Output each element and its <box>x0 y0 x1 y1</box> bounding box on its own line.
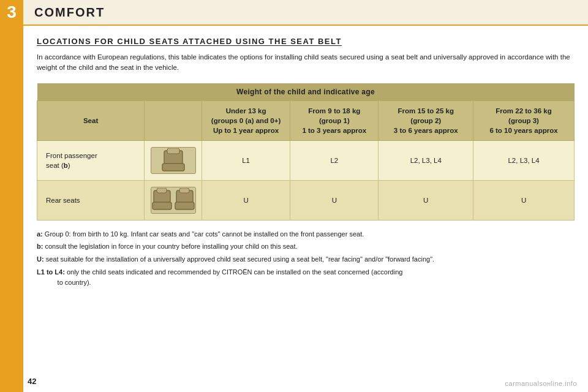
note-text-a: Group 0: from birth to 10 kg. Infant car… <box>45 230 364 238</box>
col-header-under13: Under 13 kg(groups 0 (a) and 0+)Up to 1 … <box>202 100 290 140</box>
front-seat-image <box>151 147 196 174</box>
rear-seat-icon <box>152 188 195 213</box>
svg-rect-8 <box>179 188 189 193</box>
front-seat-icon <box>155 148 192 173</box>
col-header-row: Seat Under 13 kg(groups 0 (a) and 0+)Up … <box>37 100 575 140</box>
rear-22to36: U <box>473 180 575 220</box>
front-seat-label: Front passengerseat (b) <box>37 140 145 180</box>
note-b: b: consult the legislation in force in y… <box>37 241 575 252</box>
note-key-l1l4: L1 to L4: <box>37 268 65 276</box>
rear-seat-image-cell <box>145 180 202 220</box>
table-main-header-row: Weight of the child and indicative age <box>37 83 575 101</box>
note-a: a: Group 0: from birth to 10 kg. Infant … <box>37 229 575 240</box>
front-22to36: L2, L3, L4 <box>473 140 575 180</box>
svg-rect-1 <box>162 164 184 171</box>
col-header-seat: Seat <box>37 100 145 140</box>
col-header-9to18: From 9 to 18 kg(group 1)1 to 3 years app… <box>290 100 379 140</box>
note-text-b: consult the legislation in force in your… <box>45 243 297 250</box>
svg-rect-7 <box>175 202 194 209</box>
page-number: 42 <box>28 377 36 386</box>
col-header-15to25: From 15 to 25 kg(group 2)3 to 6 years ap… <box>379 100 473 140</box>
note-key-a: a: <box>37 230 43 238</box>
front-under13: L1 <box>202 140 290 180</box>
rear-15to25: U <box>379 180 473 220</box>
rear-seat-label: Rear seats <box>37 180 145 220</box>
note-key-b: b: <box>37 243 43 250</box>
intro-text: In accordance with European regulations,… <box>37 52 575 74</box>
main-content: LOCATIONS FOR CHILD SEATS ATTACHED USING… <box>23 26 588 298</box>
table-main-header: Weight of the child and indicative age <box>37 83 575 101</box>
note-u: U: seat suitable for the installation of… <box>37 254 575 265</box>
front-seat-image-cell <box>145 140 202 180</box>
front-15to25: L2, L3, L4 <box>379 140 473 180</box>
rear-under13: U <box>202 180 290 220</box>
header-bar: COMFORT <box>23 0 588 26</box>
chapter-number: 3 <box>7 4 17 21</box>
svg-rect-4 <box>153 202 172 209</box>
note-text-l1l4: only the child seats indicated and recom… <box>37 268 402 287</box>
sidebar: 3 <box>0 0 23 392</box>
front-9to18: L2 <box>290 140 379 180</box>
watermark: carmanualsонline.info <box>505 380 577 387</box>
note-key-u: U: <box>37 255 44 263</box>
child-seats-table: Weight of the child and indicative age S… <box>37 83 575 221</box>
note-text-u: seat suitable for the installation of a … <box>46 255 434 263</box>
rear-9to18: U <box>290 180 379 220</box>
note-l1l4: L1 to L4: only the child seats indicated… <box>37 267 575 288</box>
header-title: COMFORT <box>34 6 105 20</box>
col-header-image <box>145 100 202 140</box>
table-row-rear: Rear seats U <box>37 180 575 220</box>
section-title: LOCATIONS FOR CHILD SEATS ATTACHED USING… <box>37 37 575 46</box>
col-header-22to36: From 22 to 36 kg(group 3)6 to 10 years a… <box>473 100 575 140</box>
table-row-front: Front passengerseat (b) L1 L2 L2, L3, L4… <box>37 140 575 180</box>
rear-seat-image <box>151 187 196 214</box>
notes-section: a: Group 0: from birth to 10 kg. Infant … <box>37 229 575 288</box>
svg-rect-5 <box>157 188 167 193</box>
svg-rect-2 <box>167 148 179 154</box>
